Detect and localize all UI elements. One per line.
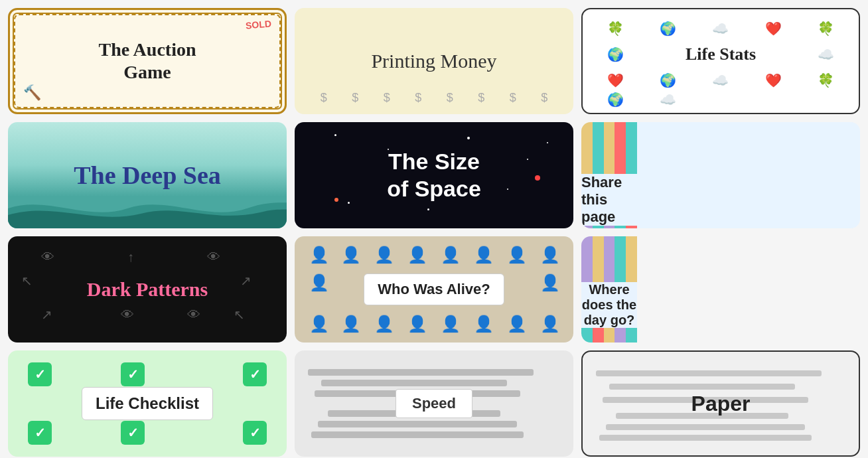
cursor-icon-3: ↗ — [240, 273, 252, 289]
deepsea-title: The Deep Sea — [74, 161, 221, 190]
lifestats-icon-3: ☁️ — [712, 22, 729, 35]
person-16: 👤 — [474, 315, 494, 333]
person-4: 👤 — [407, 246, 427, 264]
check-icon-1: ✓ — [28, 362, 52, 386]
dollar-5: $ — [447, 91, 453, 105]
lifestats-icon-2: 🌍 — [660, 22, 676, 35]
card-lifestats[interactable]: 🍀 🌍 ☁️ ❤️ 🍀 🌍 ☁️ Life Stats ❤️ 🌍 ☁️ ❤️ 🍀… — [581, 8, 860, 114]
person-14: 👤 — [407, 315, 427, 333]
star-1 — [334, 134, 336, 136]
person-8: 👤 — [540, 246, 560, 264]
speed-bar-5 — [318, 421, 517, 427]
card-speed[interactable]: Speed — [295, 350, 573, 457]
lifestats-title: Life Stats — [686, 44, 756, 64]
dollar-1: $ — [321, 91, 327, 105]
speed-bar-2 — [321, 380, 507, 386]
hammer-icon: 🔨 — [23, 84, 41, 102]
card-alive[interactable]: 👤 👤 👤 👤 👤 👤 👤 👤 👤 👤 👤 👤 👤 👤 👤 👤 👤 👤 Who … — [295, 236, 573, 343]
speed-bar-6 — [311, 431, 524, 438]
dollar-row: $ $ $ $ $ $ $ $ — [295, 91, 573, 105]
person-3: 👤 — [374, 246, 394, 264]
person-1: 👤 — [309, 246, 329, 264]
person-5: 👤 — [441, 246, 461, 264]
lifestats-icon-13: 🌍 — [607, 93, 624, 106]
cursor-icon-1: ↑ — [127, 250, 134, 265]
lifestats-icon-1: 🍀 — [607, 22, 624, 35]
lifestats-icon-11: ❤️ — [765, 74, 782, 87]
wave-svg — [8, 189, 287, 228]
person-18: 👤 — [540, 315, 560, 333]
lifestats-icon-9: 🌍 — [660, 74, 676, 87]
share-color-grid: Share this page — [581, 122, 637, 228]
card-printing[interactable]: Printing Money $ $ $ $ $ $ $ $ — [295, 8, 573, 114]
speed-title: Speed — [396, 389, 472, 418]
person-9: 👤 — [309, 273, 329, 292]
dark-title: Dark Patterns — [87, 278, 208, 301]
card-paper[interactable]: Paper — [581, 350, 860, 457]
person-10: 👤 — [540, 273, 560, 292]
lifestats-icon-14: ☁️ — [660, 93, 676, 106]
person-15: 👤 — [441, 315, 461, 333]
dollar-2: $ — [352, 91, 358, 105]
person-12: 👤 — [341, 315, 361, 333]
daytime-color-grid: Where does the day go? — [581, 236, 637, 343]
star-3 — [467, 137, 470, 139]
card-dark[interactable]: 👁 ↑ 👁 ↖ ↗ ↗ 👁 👁 ↖ Dark Patterns — [8, 236, 287, 343]
lifestats-icon-4: ❤️ — [765, 22, 782, 35]
check-icon-3: ✓ — [243, 362, 267, 386]
person-11: 👤 — [309, 315, 329, 333]
lifestats-icon-7: ☁️ — [818, 48, 834, 61]
cursor-icon-5: ↖ — [234, 307, 245, 323]
share-title: Share this page — [581, 174, 637, 226]
eye-icon-1: 👁 — [41, 250, 54, 265]
orange-dot — [334, 198, 338, 202]
card-deepsea[interactable]: The Deep Sea — [8, 122, 287, 228]
star-5 — [348, 202, 350, 204]
lifestats-icon-12: 🍀 — [818, 74, 834, 87]
star-4 — [527, 159, 528, 160]
person-17: 👤 — [507, 315, 527, 333]
cursor-icon-4: ↗ — [41, 307, 52, 323]
star-7 — [427, 208, 429, 210]
person-2: 👤 — [341, 246, 361, 264]
check-icon-5: ✓ — [121, 421, 145, 445]
auction-title: The AuctionGame — [98, 38, 196, 83]
checklist-title: Life Checklist — [82, 387, 213, 420]
star-8 — [547, 142, 548, 143]
dollar-4: $ — [415, 91, 421, 105]
lifestats-icon-10: ☁️ — [712, 74, 729, 87]
red-dot — [535, 175, 540, 181]
person-6: 👤 — [474, 246, 494, 264]
eye-icon-4: 👁 — [187, 307, 200, 323]
cursor-icon-2: ↖ — [21, 273, 33, 289]
paper-title: Paper — [691, 392, 751, 416]
lifestats-icon-8: ❤️ — [607, 74, 624, 87]
speed-bar-1 — [308, 369, 534, 376]
paper-line-1 — [596, 370, 822, 376]
space-title: The Sizeof Space — [387, 148, 481, 202]
card-auction[interactable]: The AuctionGame SOLD 🔨 — [8, 8, 287, 114]
dollar-6: $ — [478, 91, 484, 105]
person-13: 👤 — [374, 315, 394, 333]
card-share[interactable]: .share-grid { display: grid; grid-templa… — [581, 122, 860, 228]
star-6 — [507, 189, 508, 190]
card-grid: The AuctionGame SOLD 🔨 Printing Money $ … — [8, 8, 860, 457]
paper-line-6 — [599, 435, 812, 441]
dollar-8: $ — [541, 91, 547, 105]
dollar-7: $ — [510, 91, 516, 105]
card-checklist[interactable]: ✓ ✓ ✓ ✓ ✓ ✓ Life Checklist — [8, 350, 287, 457]
check-icon-2: ✓ — [121, 362, 145, 386]
card-space[interactable]: The Sizeof Space — [295, 122, 573, 228]
alive-title: Who Was Alive? — [364, 273, 504, 305]
check-icon-4: ✓ — [28, 421, 52, 445]
paper-line-2 — [609, 384, 795, 390]
card-daytime[interactable]: .daytime-grid { display: grid; grid-temp… — [581, 236, 860, 343]
sold-badge: SOLD — [245, 18, 271, 31]
paper-line-5 — [606, 424, 805, 430]
lifestats-icon-5: 🍀 — [818, 22, 834, 35]
dollar-3: $ — [384, 91, 390, 105]
check-icon-6: ✓ — [243, 421, 267, 445]
eye-icon-3: 👁 — [121, 307, 134, 323]
daytime-title: Where does the day go? — [581, 282, 637, 328]
printing-title: Printing Money — [371, 50, 496, 72]
